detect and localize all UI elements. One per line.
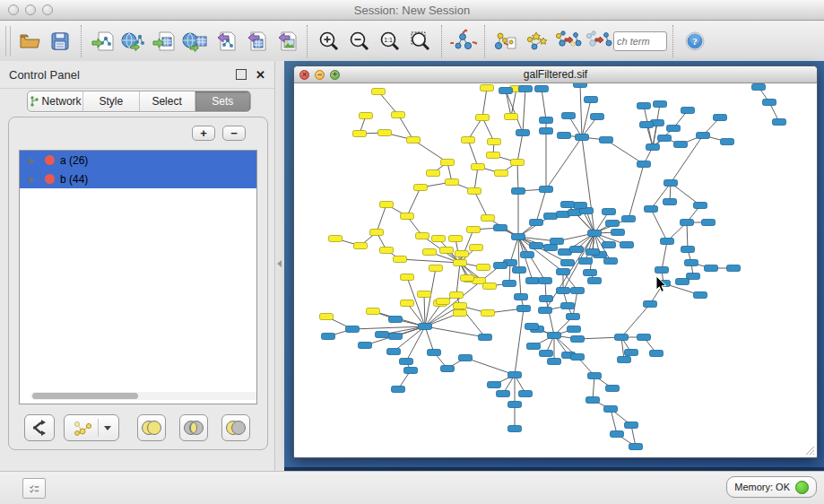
network-window-titlebar[interactable]: × − + galFiltered.sif bbox=[294, 66, 817, 83]
graph-node-yellow[interactable] bbox=[505, 114, 518, 120]
export-table-button[interactable] bbox=[240, 25, 271, 57]
graph-node-blue[interactable] bbox=[654, 101, 667, 108]
graph-node-blue[interactable] bbox=[655, 267, 669, 274]
graph-node-blue[interactable] bbox=[629, 444, 643, 450]
zoom-out-button[interactable] bbox=[344, 25, 375, 57]
search-input[interactable] bbox=[613, 31, 667, 51]
graph-node-blue[interactable] bbox=[604, 406, 618, 413]
graph-node-yellow[interactable] bbox=[446, 179, 459, 186]
graph-node-blue[interactable] bbox=[697, 133, 710, 139]
graph-node-blue[interactable] bbox=[517, 306, 531, 312]
graph-node-blue[interactable] bbox=[525, 324, 539, 330]
graph-node-yellow[interactable] bbox=[450, 292, 464, 299]
graph-node-blue[interactable] bbox=[604, 258, 618, 265]
toolbar-drag-handle[interactable] bbox=[5, 26, 11, 56]
graph-node-yellow[interactable] bbox=[454, 260, 467, 266]
graph-node-yellow[interactable] bbox=[401, 274, 414, 281]
graph-node-yellow[interactable] bbox=[427, 170, 440, 177]
graph-node-blue[interactable] bbox=[721, 139, 734, 145]
graph-node-blue[interactable] bbox=[625, 350, 638, 356]
graph-node-yellow[interactable] bbox=[462, 137, 475, 143]
graph-node-blue[interactable] bbox=[562, 113, 576, 119]
graph-node-blue[interactable] bbox=[658, 135, 672, 142]
graph-node-blue[interactable] bbox=[540, 187, 553, 193]
graph-node-blue[interactable] bbox=[638, 161, 651, 168]
graph-node-yellow[interactable] bbox=[378, 130, 392, 136]
graph-node-blue[interactable] bbox=[459, 355, 473, 361]
graph-node-blue[interactable] bbox=[557, 288, 570, 294]
network-graph[interactable] bbox=[295, 83, 816, 456]
graph-node-blue[interactable] bbox=[611, 431, 624, 438]
graph-node-yellow[interactable] bbox=[472, 164, 485, 170]
graph-node-blue[interactable] bbox=[512, 234, 525, 240]
graph-node-yellow[interactable] bbox=[454, 310, 467, 317]
graph-node-blue[interactable] bbox=[400, 359, 413, 365]
help-button[interactable]: ? bbox=[680, 25, 710, 57]
new-network-from-selection-visible-button[interactable] bbox=[583, 25, 613, 57]
graph-node-blue[interactable] bbox=[497, 391, 510, 397]
add-set-button[interactable]: + bbox=[192, 126, 215, 141]
graph-node-blue[interactable] bbox=[322, 334, 335, 340]
zoom-fit-button[interactable] bbox=[405, 25, 436, 57]
graph-node-blue[interactable] bbox=[591, 114, 604, 120]
graph-node-yellow[interactable] bbox=[481, 215, 495, 222]
zoom-in-button[interactable] bbox=[314, 25, 344, 57]
expand-triangle-icon[interactable]: ▶ bbox=[29, 156, 38, 165]
import-table-url-button[interactable] bbox=[179, 25, 210, 57]
graph-node-blue[interactable] bbox=[544, 245, 558, 251]
graph-node-blue[interactable] bbox=[681, 247, 695, 253]
graph-node-blue[interactable] bbox=[681, 108, 695, 114]
graph-node-yellow[interactable] bbox=[477, 265, 490, 271]
graph-node-blue[interactable] bbox=[419, 324, 432, 330]
import-network-url-button[interactable] bbox=[118, 25, 149, 57]
graph-node-yellow[interactable] bbox=[367, 308, 380, 315]
graph-node-blue[interactable] bbox=[479, 335, 492, 341]
graph-node-blue[interactable] bbox=[359, 343, 372, 349]
remove-set-button[interactable]: − bbox=[222, 126, 246, 141]
graph-node-blue[interactable] bbox=[540, 117, 553, 124]
graph-node-blue[interactable] bbox=[389, 317, 403, 323]
graph-node-blue[interactable] bbox=[588, 373, 602, 379]
graph-node-blue[interactable] bbox=[625, 422, 638, 429]
tab-network[interactable]: Network bbox=[28, 91, 83, 111]
graph-node-yellow[interactable] bbox=[461, 275, 474, 282]
graph-node-yellow[interactable] bbox=[470, 245, 483, 251]
horizontal-scrollbar[interactable] bbox=[30, 392, 257, 400]
graph-node-yellow[interactable] bbox=[487, 152, 500, 159]
graph-node-yellow[interactable] bbox=[468, 188, 481, 195]
graph-node-blue[interactable] bbox=[557, 269, 570, 275]
graph-node-blue[interactable] bbox=[561, 202, 575, 208]
tab-sets[interactable]: Sets bbox=[195, 91, 250, 111]
graph-node-blue[interactable] bbox=[540, 351, 553, 357]
graph-node-blue[interactable] bbox=[752, 84, 766, 91]
graph-node-blue[interactable] bbox=[674, 142, 688, 148]
graph-node-blue[interactable] bbox=[694, 203, 707, 209]
select-first-neighbors-button[interactable] bbox=[522, 25, 552, 57]
graph-node-blue[interactable] bbox=[521, 252, 534, 258]
graph-node-yellow[interactable] bbox=[401, 300, 414, 307]
graph-node-yellow[interactable] bbox=[449, 236, 463, 242]
graph-node-blue[interactable] bbox=[600, 137, 613, 143]
graph-node-blue[interactable] bbox=[530, 220, 543, 226]
graph-node-blue[interactable] bbox=[488, 382, 501, 388]
graph-node-yellow[interactable] bbox=[437, 299, 450, 305]
graph-node-blue[interactable] bbox=[576, 135, 589, 141]
graph-node-blue[interactable] bbox=[515, 294, 528, 300]
graph-node-blue[interactable] bbox=[499, 88, 513, 94]
graph-node-blue[interactable] bbox=[494, 225, 507, 231]
graph-node-blue[interactable] bbox=[558, 133, 571, 139]
collapse-panel-icon[interactable] bbox=[277, 260, 282, 267]
set-row-b[interactable]: ▶ b (44) bbox=[20, 169, 256, 188]
graph-node-yellow[interactable] bbox=[454, 303, 467, 309]
graph-node-yellow[interactable] bbox=[418, 291, 431, 298]
graph-node-yellow[interactable] bbox=[370, 230, 384, 236]
graph-node-blue[interactable] bbox=[685, 260, 698, 266]
graph-node-blue[interactable] bbox=[763, 100, 776, 106]
graph-node-yellow[interactable] bbox=[441, 160, 455, 166]
graph-node-yellow[interactable] bbox=[432, 236, 446, 242]
graph-node-blue[interactable] bbox=[586, 249, 600, 256]
graph-node-blue[interactable] bbox=[676, 279, 690, 285]
graph-node-blue[interactable] bbox=[622, 216, 636, 222]
graph-node-blue[interactable] bbox=[392, 387, 405, 393]
export-network-button[interactable] bbox=[210, 25, 240, 57]
